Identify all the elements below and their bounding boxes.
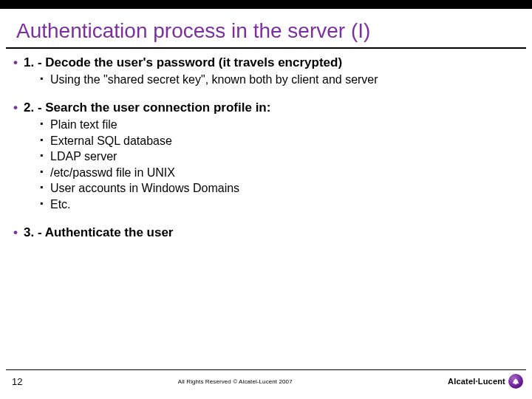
bullet-text: Plain text file [50,118,117,131]
bullet-text: 1. - Decode the user's password (it trav… [24,55,342,69]
brand-logo-icon [508,374,523,389]
bullet-text: /etc/passwd file in UNIX [50,166,175,179]
bullet-level1: 3. - Authenticate the user [13,225,517,240]
bullet-text: External SQL database [50,134,172,147]
bullet-level1: 1. - Decode the user's password (it trav… [13,55,517,70]
bullet-text: 3. - Authenticate the user [24,225,173,239]
slide-title: Authentication process in the server (I) [0,9,532,47]
bullet-level2: User accounts in Windows Domains [40,180,517,197]
bullet-level2: Using the "shared secret key", known bot… [40,72,517,88]
slide-footer: 12 All Rights Reserved © Alcatel-Lucent … [0,369,532,395]
bullet-level2: Plain text file [40,117,517,133]
bullet-text: Etc. [50,198,71,211]
slide-body: 1. - Decode the user's password (it trav… [0,49,532,240]
brand-text: Alcatel·Lucent [448,377,505,386]
bullet-level1: 2. - Search the user connection profile … [13,100,517,115]
bullet-text: Using the "shared secret key", known bot… [50,73,378,86]
bullet-level2: LDAP server [40,149,517,165]
bullet-level2: External SQL database [40,133,517,149]
footer-row: 12 All Rights Reserved © Alcatel-Lucent … [0,370,532,392]
bullet-level2-list: Plain text file External SQL database LD… [13,117,517,213]
bullet-level2: /etc/passwd file in UNIX [40,165,517,181]
bullet-text: User accounts in Windows Domains [50,182,239,194]
bullet-level2-list: Using the "shared secret key", known bot… [13,72,517,88]
bullet-text: 2. - Search the user connection profile … [24,100,270,115]
brand: Alcatel·Lucent [448,374,523,389]
copyright-text: All Rights Reserved © Alcatel-Lucent 200… [22,378,448,385]
page-number: 12 [12,376,22,387]
slide: Authentication process in the server (I)… [0,0,532,399]
top-black-bar [0,0,532,9]
bullet-level2: Etc. [40,197,517,213]
bullet-text: LDAP server [50,150,117,163]
